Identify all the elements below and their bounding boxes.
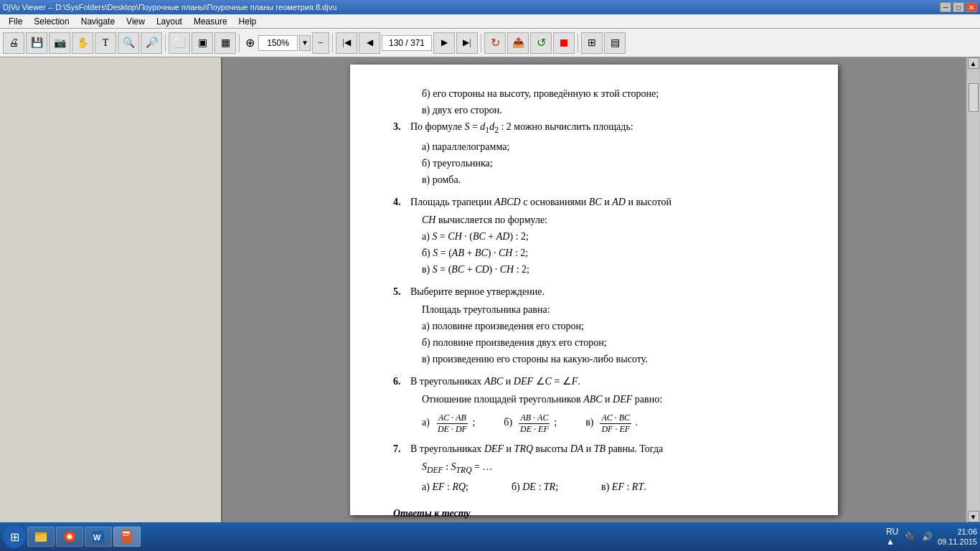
q6c-numerator: AC · BC: [600, 413, 631, 423]
close-button[interactable]: ✕: [966, 2, 977, 12]
system-clock[interactable]: 21:06 09.11.2015: [938, 527, 977, 547]
document-area[interactable]: б) его стороны на высоту, проведённую к …: [222, 57, 966, 522]
taskbar-tray: RU ▲ 🔌 🔊 21:06 09.11.2015: [886, 527, 977, 547]
answers-title: Ответы к тесту: [393, 506, 802, 521]
djvu-icon: [120, 529, 134, 544]
text-tool-button[interactable]: T: [95, 32, 116, 54]
zoom-minus-button[interactable]: −: [312, 32, 329, 54]
word-icon: W: [91, 529, 105, 544]
question-6: 6. В треугольниках ABC и DEF ∠C = ∠F. От…: [393, 374, 802, 434]
q6-text: В треугольниках ABC и DEF ∠C = ∠F.: [410, 374, 580, 389]
save-button[interactable]: 💾: [26, 32, 47, 54]
menu-view[interactable]: View: [121, 15, 151, 28]
question-7: 7. В треугольниках DEF и TRQ высоты DA и…: [393, 441, 802, 494]
volume-icon[interactable]: 🔊: [920, 529, 935, 544]
menu-layout[interactable]: Layout: [151, 15, 188, 28]
document-page: б) его стороны на высоту, проведённую к …: [350, 65, 838, 515]
titlebar-controls: ─ □ ✕: [940, 2, 977, 12]
q6-subtext: Отношение площадей треугольников ABC и D…: [393, 392, 802, 407]
taskbar-app-filemanager[interactable]: [27, 527, 55, 547]
zoom-out-icon: ⊕: [242, 32, 257, 54]
q4a: а) S = CH · (BC + AD) : 2;: [393, 229, 802, 244]
save-doc-button[interactable]: 📤: [507, 32, 529, 54]
stop-button[interactable]: ⏹: [553, 32, 575, 54]
zoom-in-button[interactable]: 🔍: [118, 32, 139, 54]
answers-section: Ответы к тесту 1 2 3 4 5 6 7: [393, 506, 802, 522]
menu-measure[interactable]: Measure: [188, 15, 233, 28]
svg-rect-11: [123, 535, 128, 536]
main-area: б) его стороны на высоту, проведённую к …: [0, 57, 980, 522]
toolbar-separator-2: [239, 34, 240, 52]
last-page-button[interactable]: ▶|: [456, 32, 478, 54]
clock-date: 09.11.2015: [938, 537, 977, 547]
scroll-thumb[interactable]: [969, 83, 979, 112]
taskbar-app-word[interactable]: W: [85, 527, 112, 547]
q7-text2: SDEF : STRQ = …: [393, 459, 802, 476]
q3-text: По формуле S = d1d2 : 2 можно вычислить …: [410, 119, 633, 136]
svg-text:W: W: [93, 533, 101, 542]
hand-tool-button[interactable]: ✋: [72, 32, 93, 54]
scroll-down-button[interactable]: ▼: [968, 511, 979, 522]
menu-help[interactable]: Help: [233, 15, 263, 28]
maximize-button[interactable]: □: [953, 2, 964, 12]
scan-button[interactable]: 📷: [49, 32, 70, 54]
q3c: в) ромба.: [393, 172, 802, 187]
refresh-button[interactable]: ↺: [530, 32, 552, 54]
taskbar-app-browser[interactable]: [56, 527, 83, 547]
print-button[interactable]: 🖨: [3, 32, 24, 54]
minimize-button[interactable]: ─: [940, 2, 951, 12]
line-v1: в) двух его сторон.: [393, 103, 802, 118]
svg-rect-9: [123, 532, 130, 533]
zoom-value[interactable]: 150%: [258, 35, 298, 51]
q4-header: 4. Площадь трапеции ABCD с основаниями B…: [393, 194, 802, 209]
page-indicator[interactable]: 130 / 371: [382, 35, 432, 51]
q7-answers: а) EF : RQ; б) DE : TR; в) EF : RT.: [393, 479, 802, 494]
language-indicator[interactable]: RU ▲: [886, 529, 900, 544]
menubar: File Selection Navigate View Layout Meas…: [0, 14, 980, 29]
double-page-button[interactable]: ▣: [192, 32, 213, 54]
menu-navigate[interactable]: Navigate: [75, 15, 121, 28]
next-page-button[interactable]: ▶: [433, 32, 455, 54]
q6c-label: в) AC · BC DF · EF .: [585, 413, 638, 434]
svg-rect-10: [123, 534, 130, 534]
q6b-fraction: AB · AC DE · EF: [519, 413, 550, 434]
q5c: в) произведению его стороны на какую-либ…: [393, 352, 802, 367]
q4-text2: CH вычисляется по формуле:: [393, 212, 802, 227]
q6a-label: а) AC · AB DE · DF ;: [422, 413, 475, 434]
q6b-label: б) AB · AC DE · EF ;: [504, 413, 557, 434]
line-b1: б) его стороны на высоту, проведённую к …: [393, 86, 802, 101]
thumb-view-button[interactable]: ▤: [604, 32, 626, 54]
q5-number: 5.: [393, 284, 405, 299]
lens-button[interactable]: 🔎: [141, 32, 162, 54]
browser-icon: [62, 529, 77, 544]
q6-number: 6.: [393, 374, 405, 389]
taskbar-app-djvu[interactable]: [113, 527, 141, 547]
scroll-track[interactable]: [968, 69, 979, 511]
titlebar-title: DjVu Viewer -- D:\SysFolders\Desktop\Поу…: [3, 3, 336, 11]
q7a: а) EF : RQ;: [422, 479, 468, 494]
single-page-button[interactable]: ⬜: [169, 32, 190, 54]
q5a: а) половине произведения его сторон;: [393, 319, 802, 334]
cont-page-button[interactable]: ▦: [215, 32, 236, 54]
prev-page-button[interactable]: ◀: [359, 32, 380, 54]
clock-time: 21:06: [938, 527, 977, 537]
question-4: 4. Площадь трапеции ABCD с основаниями B…: [393, 194, 802, 277]
scrollbar[interactable]: ▲ ▼: [966, 57, 980, 522]
q7-text: В треугольниках DEF и TRQ высоты DA и TB…: [410, 441, 663, 456]
menu-selection[interactable]: Selection: [28, 15, 75, 28]
rotate-cw-button[interactable]: ↻: [484, 32, 506, 54]
first-page-button[interactable]: |◀: [336, 32, 357, 54]
svg-rect-2: [35, 532, 40, 535]
q4-number: 4.: [393, 194, 405, 209]
start-button[interactable]: ⊞: [3, 525, 26, 548]
q4-text: Площадь трапеции ABCD с основаниями BC и…: [410, 194, 672, 209]
grid-view-button[interactable]: ⊞: [581, 32, 603, 54]
q5-subtext: Площадь треугольника равна:: [393, 302, 802, 317]
document-content: б) его стороны на высоту, проведённую к …: [393, 86, 802, 522]
taskbar: ⊞ W RU ▲ 🔌 🔊 21:06: [0, 522, 980, 551]
zoom-dropdown[interactable]: ▼: [299, 35, 311, 51]
toolbar: 🖨 💾 📷 ✋ T 🔍 🔎 ⬜ ▣ ▦ ⊕ 150% ▼ − |◀ ◀ 130 …: [0, 29, 980, 57]
scroll-up-button[interactable]: ▲: [968, 57, 979, 69]
q4c: в) S = (BC + CD) · CH : 2;: [393, 262, 802, 277]
menu-file[interactable]: File: [3, 15, 28, 28]
